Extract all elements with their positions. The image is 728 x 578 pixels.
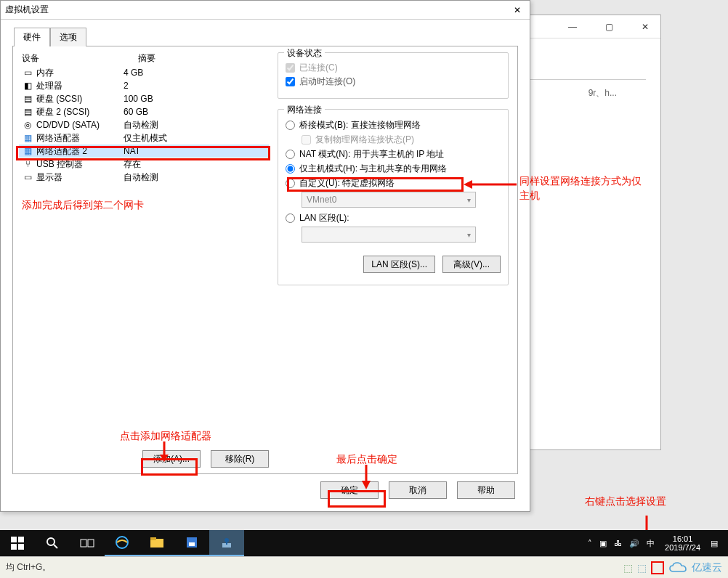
connect-at-poweron-checkbox[interactable] <box>286 77 295 86</box>
start-button[interactable] <box>0 530 35 556</box>
network-connection-group: 网络连接 桥接模式(B): 直接连接物理网络 复制物理网络连接状态(P) NAT… <box>278 109 509 285</box>
hw-row-cddvd[interactable]: ◎CD/DVD (SATA) 自动检测 <box>19 118 269 131</box>
taskbar-vmware[interactable] <box>209 530 244 556</box>
hardware-list-pane: 设备 摘要 ▭内存 4 GB ◧处理器 2 ▤硬盘 (SCSI) 100 GB <box>13 46 275 473</box>
cancel-button[interactable]: 取消 <box>389 481 447 499</box>
hw-row-net2[interactable]: ▦网络适配器 2 NAT <box>19 144 269 158</box>
hw-row-disk1[interactable]: ▤硬盘 (SCSI) 100 GB <box>19 92 269 105</box>
svg-rect-18 <box>150 537 156 540</box>
svg-rect-9 <box>18 537 24 542</box>
dialog-close-button[interactable]: ✕ <box>509 2 525 18</box>
status-icon-2[interactable]: ⬚ <box>637 562 647 574</box>
dialog-footer: 确定 取消 帮助 <box>1 481 530 506</box>
device-settings-pane: 设备状态 已连接(C) 启动时连接(O) 网络连接 桥接模式(B): 直接连接物 <box>275 46 517 473</box>
network-icon: ▦ <box>22 132 33 144</box>
annotation-box-tray <box>651 561 664 574</box>
lan-segment-combo[interactable]: ▾ <box>302 227 476 243</box>
col-summary: 摘要 <box>138 52 266 65</box>
nat-radio[interactable] <box>286 150 295 159</box>
custom-vmnet-combo[interactable]: VMnet0 ▾ <box>302 192 476 208</box>
lan-segments-button[interactable]: LAN 区段(S)... <box>363 256 435 273</box>
memory-icon: ▭ <box>22 67 33 78</box>
svg-rect-15 <box>88 540 94 547</box>
connected-checkbox-row: 已连接(C) <box>286 62 501 74</box>
disk-icon: ▤ <box>22 93 33 105</box>
close-button[interactable]: ✕ <box>634 18 656 36</box>
taskbar-clock[interactable]: 16:01 2019/7/24 <box>665 534 700 552</box>
col-device: 设备 <box>22 52 138 65</box>
network-connection-legend: 网络连接 <box>284 104 325 116</box>
dialog-titlebar: 虚拟机设置 ✕ <box>1 1 530 20</box>
chevron-down-icon: ▾ <box>467 231 471 239</box>
svg-rect-8 <box>11 537 17 542</box>
replicate-checkbox <box>302 135 311 144</box>
dialog-tabs: 硬件 选项 <box>14 27 530 46</box>
hw-row-usb[interactable]: ⑂USB 控制器 存在 <box>19 158 269 171</box>
taskbar-explorer[interactable] <box>139 530 174 556</box>
svg-rect-11 <box>18 544 24 550</box>
hardware-list-header: 设备 摘要 <box>19 51 269 66</box>
hostonly-radio-row[interactable]: 仅主机模式(H): 与主机共享的专用网络 <box>286 163 501 175</box>
advanced-button[interactable]: 高级(V)... <box>442 256 501 273</box>
network-icon: ▦ <box>22 145 33 157</box>
tray-ime-icon[interactable]: 中 <box>647 538 655 549</box>
tray-volume-icon[interactable]: 🔊 <box>629 539 639 548</box>
ok-button[interactable]: 确定 <box>320 481 379 499</box>
svg-rect-10 <box>11 544 17 550</box>
taskbar-app1[interactable] <box>174 530 209 556</box>
chevron-down-icon: ▾ <box>467 196 471 204</box>
svg-point-12 <box>47 538 54 545</box>
bridged-radio[interactable] <box>286 121 295 130</box>
status-icon-1[interactable]: ⬚ <box>623 562 633 574</box>
brand-text: 亿速云 <box>692 561 722 574</box>
replicate-checkbox-row: 复制物理网络连接状态(P) <box>302 134 501 146</box>
task-view-button[interactable] <box>70 530 105 556</box>
custom-radio-row[interactable]: 自定义(U): 特定虚拟网络 <box>286 177 501 190</box>
tray-chevron-icon[interactable]: ˄ <box>588 539 592 548</box>
tray-battery-icon[interactable]: ▣ <box>599 539 607 548</box>
hw-row-display[interactable]: ▭显示器 自动检测 <box>19 171 269 184</box>
dialog-title: 虚拟机设置 <box>5 4 49 16</box>
svg-line-13 <box>54 545 57 548</box>
hw-row-cpu[interactable]: ◧处理器 2 <box>19 79 269 92</box>
lan-segment-radio[interactable] <box>286 213 295 223</box>
tray-network-icon[interactable]: 🖧 <box>614 539 622 548</box>
connected-checkbox <box>286 63 295 73</box>
connect-at-poweron-row[interactable]: 启动时连接(O) <box>286 76 501 88</box>
custom-radio[interactable] <box>286 179 295 188</box>
help-button[interactable]: 帮助 <box>457 481 515 499</box>
tab-options[interactable]: 选项 <box>50 28 86 46</box>
svg-rect-14 <box>81 540 86 547</box>
windows-taskbar[interactable]: ˄ ▣ 🖧 🔊 中 16:01 2019/7/24 ▤ <box>0 530 728 556</box>
annotation-text-5: 右键点击选择设置 <box>585 494 694 509</box>
lan-radio-row[interactable]: LAN 区段(L): <box>286 212 501 224</box>
usb-icon: ⑂ <box>22 158 33 170</box>
nat-radio-row[interactable]: NAT 模式(N): 用于共享主机的 IP 地址 <box>286 148 501 160</box>
vmware-status-bar: 均 Ctrl+G。 ⬚ ⬚ 亿速云 <box>0 556 728 578</box>
taskbar-ie[interactable] <box>105 530 139 556</box>
minimize-button[interactable]: — <box>562 18 583 36</box>
tab-hardware[interactable]: 硬件 <box>14 28 50 46</box>
status-hint: 均 Ctrl+G。 <box>6 561 51 574</box>
disk-icon: ▤ <box>22 106 33 118</box>
cloud-icon <box>668 561 687 574</box>
hardware-list[interactable]: ▭内存 4 GB ◧处理器 2 ▤硬盘 (SCSI) 100 GB ▤硬盘 2 … <box>19 66 269 184</box>
hostonly-radio[interactable] <box>286 164 295 174</box>
action-center-icon[interactable]: ▤ <box>711 539 718 548</box>
device-status-group: 设备状态 已连接(C) 启动时连接(O) <box>278 52 509 99</box>
tray-icons[interactable]: ˄ ▣ 🖧 🔊 中 <box>588 538 655 549</box>
hw-row-memory[interactable]: ▭内存 4 GB <box>19 66 269 79</box>
search-button[interactable] <box>35 530 70 556</box>
remove-hardware-button[interactable]: 移除(R) <box>211 450 269 468</box>
cd-icon: ◎ <box>22 119 33 131</box>
device-status-legend: 设备状态 <box>284 47 325 60</box>
cpu-icon: ◧ <box>22 80 33 91</box>
svg-rect-20 <box>189 542 195 546</box>
hw-row-net1[interactable]: ▦网络适配器 仅主机模式 <box>19 131 269 144</box>
add-hardware-button[interactable]: 添加(A)... <box>142 450 201 468</box>
bridged-radio-row[interactable]: 桥接模式(B): 直接连接物理网络 <box>286 119 501 131</box>
maximize-button[interactable]: ▢ <box>598 18 620 36</box>
display-icon: ▭ <box>22 171 33 183</box>
hw-row-disk2[interactable]: ▤硬盘 2 (SCSI) 60 GB <box>19 105 269 118</box>
vm-settings-dialog: 虚拟机设置 ✕ 硬件 选项 设备 摘要 ▭内存 4 GB ◧ <box>0 0 530 512</box>
